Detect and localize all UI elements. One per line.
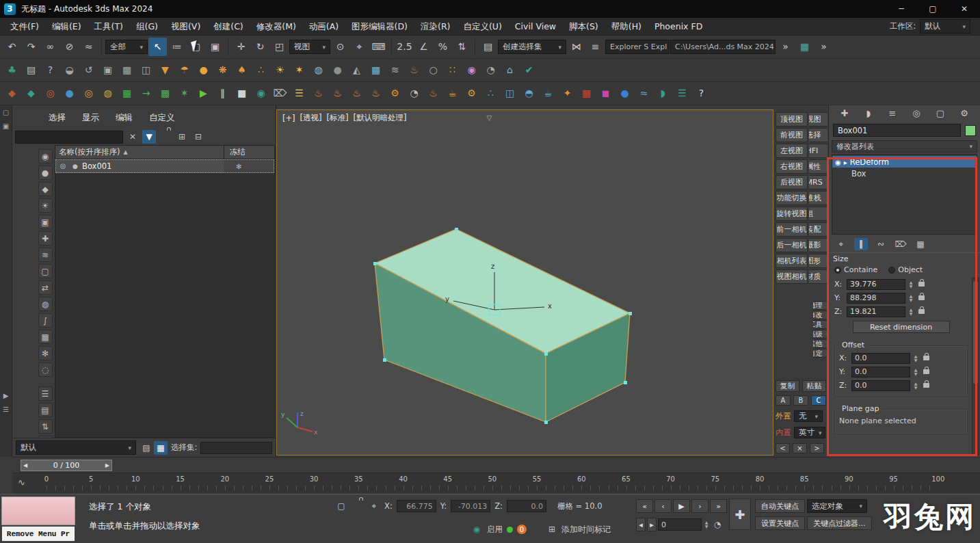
save-file-icon[interactable]: ▦ xyxy=(795,38,814,56)
status-enable-icon[interactable]: ◉ xyxy=(471,523,483,535)
y-coordinate-field[interactable]: -70.013 xyxy=(451,500,490,512)
wind-icon[interactable]: ≋ xyxy=(386,61,404,79)
sphere-shell-icon[interactable]: ◍ xyxy=(98,84,117,103)
undo-icon[interactable]: ↶ xyxy=(3,38,21,56)
menu-item[interactable]: 渲染(R) xyxy=(414,18,456,36)
align-icon[interactable]: ≡ xyxy=(586,38,605,56)
abc-button[interactable]: C xyxy=(811,395,826,406)
sphere-gray-icon[interactable]: ● xyxy=(328,61,347,79)
time-tag-area[interactable]: ⊞ 添加时间标记 xyxy=(546,523,611,535)
select-and-move-icon[interactable]: ✛ xyxy=(232,38,250,56)
hierarchy-tab-icon[interactable]: ≡ xyxy=(885,107,900,120)
mini-curve-editor-icon[interactable]: ∿ xyxy=(18,477,25,488)
display-cameras-icon[interactable]: ▣ xyxy=(38,215,53,229)
clear-search-icon[interactable]: ✕ xyxy=(126,130,140,144)
nav-view-button[interactable]: 旋转视图 xyxy=(776,207,808,221)
mirror-icon[interactable]: ⋈ xyxy=(567,38,585,56)
bowl-tool-icon[interactable]: ◒ xyxy=(60,61,79,79)
viewport-menu-view[interactable]: [透视] xyxy=(300,113,322,123)
time-configuration-icon[interactable]: ◔ xyxy=(711,518,724,531)
frozen-column-header[interactable]: 冻结 xyxy=(224,146,274,159)
delete-sim-icon[interactable]: ⌦ xyxy=(271,84,289,103)
display-geometry-icon[interactable]: ● xyxy=(38,165,53,180)
selection-set-field[interactable] xyxy=(200,442,272,454)
display-materials-icon[interactable]: ◍ xyxy=(38,297,53,311)
nav-view-button[interactable]: 左视图 xyxy=(776,144,808,158)
sphere-orange-icon[interactable]: ● xyxy=(194,61,213,79)
lens-icon[interactable]: ◉ xyxy=(462,61,481,79)
spinner-snap-icon[interactable]: ⇅ xyxy=(453,38,471,56)
object-color-swatch[interactable] xyxy=(965,125,976,136)
reference-coordinate-dropdown[interactable]: 视图 xyxy=(289,40,330,54)
nav-clipped-button[interactable]: 装配 xyxy=(809,222,827,237)
z-coordinate-field[interactable]: 0.0 xyxy=(507,500,546,512)
help-circle-icon[interactable]: ? xyxy=(41,61,59,79)
droplets-tool-icon[interactable]: ∴ xyxy=(252,61,270,79)
motion-tab-icon[interactable]: ◎ xyxy=(909,107,924,120)
nav-clipped-button[interactable]: 选择 xyxy=(809,128,827,142)
object-name-field[interactable]: Box001 xyxy=(833,124,961,137)
nav-clipped-button[interactable]: 高级 xyxy=(813,330,827,339)
selected-filter-dropdown[interactable]: 选定对象 xyxy=(807,499,867,513)
smoke-icon[interactable]: ◔ xyxy=(405,84,423,103)
window-crossing-icon[interactable]: ▣ xyxy=(206,38,224,56)
table-row[interactable]: ◎ ● Box001 ✻ xyxy=(55,159,274,173)
nav-view-button[interactable]: 相机列表 xyxy=(776,254,808,268)
torus-red-icon[interactable]: ◎ xyxy=(41,84,59,103)
scrollbar-thumb[interactable] xyxy=(973,281,978,384)
visibility-eye-icon[interactable] xyxy=(835,157,841,167)
reset-dimension-button[interactable]: Reset dimension xyxy=(853,321,950,333)
set-key-big-button[interactable]: ✚ xyxy=(729,499,751,530)
menu-item[interactable]: 帮助(H) xyxy=(605,18,648,36)
display-groups-icon[interactable]: ▢ xyxy=(38,264,53,278)
menu-item[interactable]: 脚本(S) xyxy=(563,18,605,36)
nav-clipped-button[interactable]: 修改 xyxy=(813,310,827,319)
sun-icon[interactable]: ☀ xyxy=(271,61,289,79)
explorer-tab[interactable]: 编辑 xyxy=(109,109,139,127)
modifier-stack-item-redeform[interactable]: ReDeform xyxy=(832,156,977,168)
menu-teal-icon[interactable]: ☰ xyxy=(673,84,691,103)
nav-view-button[interactable]: 前视图 xyxy=(776,128,808,142)
internal-dropdown[interactable]: 英寸 xyxy=(794,427,825,438)
play-circle-icon[interactable]: ◉ xyxy=(252,84,270,103)
set-key-button[interactable]: 设置关键点 xyxy=(755,516,805,530)
help-icon[interactable]: ? xyxy=(692,84,711,103)
go-to-end-button[interactable]: » xyxy=(710,499,727,513)
pause-sim-icon[interactable]: ∥ xyxy=(213,84,232,103)
percent-snap-icon[interactable]: % xyxy=(434,38,452,56)
current-frame-field[interactable]: 0 xyxy=(658,518,702,531)
foliage-tool-icon[interactable]: ♣ xyxy=(3,61,21,79)
filter-funnel-icon[interactable]: ▼ xyxy=(142,130,156,144)
stop-sim-icon[interactable]: ■ xyxy=(233,84,251,103)
menu-item[interactable]: 图形编辑器(D) xyxy=(345,18,414,36)
modifier-list-dropdown[interactable]: 修改器列表 xyxy=(832,140,977,153)
nav-clipped-button[interactable]: 清理 xyxy=(813,301,827,310)
sim-list-icon[interactable]: ☰ xyxy=(290,84,308,103)
layout-grid-icon[interactable]: ▦ xyxy=(118,61,136,79)
house-icon[interactable]: ⌂ xyxy=(501,61,519,79)
snaps-toggle-icon[interactable]: 2.5 xyxy=(395,38,414,56)
gear-orange-icon[interactable]: ⚙ xyxy=(462,84,481,103)
pin-stack-icon[interactable]: ⌖ xyxy=(834,238,848,250)
named-selection-sets-icon[interactable]: ▤ xyxy=(479,38,497,56)
size-z-lock-icon[interactable] xyxy=(918,309,925,314)
nav-view-button[interactable]: 视图相机 xyxy=(776,269,808,284)
swirl-tool-icon[interactable]: ↺ xyxy=(79,61,98,79)
redo-icon[interactable]: ↷ xyxy=(22,38,40,56)
display-frozen-icon[interactable]: ✻ xyxy=(38,346,53,360)
prev-arrow-button[interactable]: < xyxy=(776,443,790,453)
size-x-spinner[interactable] xyxy=(908,279,914,290)
sort-order-icon[interactable]: ⇅ xyxy=(38,419,53,434)
wave-icon[interactable]: ≈ xyxy=(635,84,653,103)
funnel-tool-icon[interactable]: ▼ xyxy=(156,61,174,79)
rollout-scrollbar[interactable] xyxy=(972,278,979,455)
select-and-rotate-icon[interactable]: ↻ xyxy=(251,38,269,56)
nav-clipped-button[interactable]: 摄影 xyxy=(809,238,827,252)
flame-icon-2[interactable]: ♨ xyxy=(328,84,347,103)
display-hidden-icon[interactable]: ◌ xyxy=(38,362,53,377)
nav-view-button[interactable]: 后视图 xyxy=(776,175,808,189)
teapot-flame-icon[interactable]: ☕ xyxy=(443,84,462,103)
selection-lock-toggle[interactable] xyxy=(352,500,364,512)
explorer-config-icon[interactable]: ▤ xyxy=(140,441,153,455)
select-by-name-icon[interactable]: ≔ xyxy=(168,38,186,56)
